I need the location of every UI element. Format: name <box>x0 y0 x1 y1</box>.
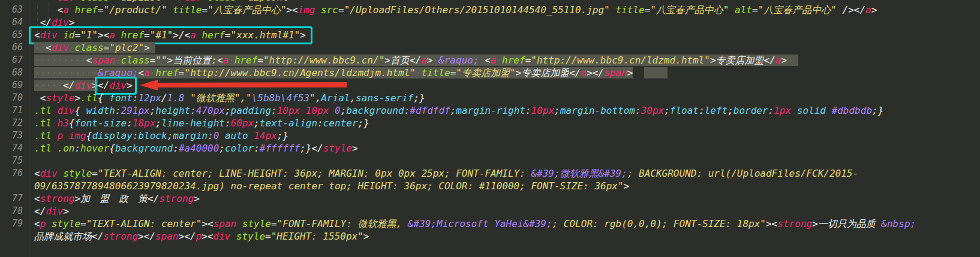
line-number: 71 <box>0 104 29 117</box>
code-token: ; <box>155 117 161 129</box>
code-token: " <box>246 92 252 104</box>
code-token: div <box>213 231 230 242</box>
code-token: float <box>670 105 699 116</box>
code-text[interactable]: </div> <box>29 205 980 217</box>
code-line-74[interactable]: 74.tl .on:hover{background:#a40000;color… <box>0 142 980 155</box>
code-line-64[interactable]: 64 </div> <box>0 16 980 29</box>
code-token: display <box>92 130 132 141</box>
code-token: "dipList" <box>115 0 167 3</box>
code-line-78[interactable]: 78</div> <box>0 205 980 217</box>
code-token: > <box>516 67 522 78</box>
code-line-63[interactable]: 63 <a href="/product/" title="八宝春产品中心"><… <box>0 4 980 16</box>
code-line-71[interactable]: 71.tl div{ width:291px;height:470px;padd… <box>0 104 980 117</box>
code-token: , <box>240 92 246 104</box>
code-token <box>52 105 58 116</box>
code-text[interactable]: <strong>加 盟 政 策</strong> <box>29 192 980 205</box>
code-token: a <box>491 55 497 66</box>
code-token: >< <box>202 231 213 242</box>
line-number: 73 <box>0 129 29 142</box>
code-text[interactable]: <div id="1"><a href="#1">/<a herf="xxx.h… <box>29 29 980 41</box>
code-token: strong <box>103 231 138 242</box>
code-token: < <box>46 42 52 53</box>
code-token: = <box>80 218 86 229</box>
code-token: style <box>58 168 92 179</box>
code-token: 10px <box>531 105 555 116</box>
code-line-75[interactable]: 75 <box>0 155 980 167</box>
code-line-76[interactable]: 76<div style="TEXT-ALIGN: center; LINE-H… <box>0 167 980 180</box>
code-token: &#39; <box>408 218 437 229</box>
code-line-73[interactable]: 73.tl p img{display:block;margin:0 auto … <box>0 129 980 142</box>
code-token: &#39; <box>599 168 627 179</box>
code-line-72[interactable]: 72.tl h3{font-size:18px;line-height:60px… <box>0 117 980 129</box>
code-token: " <box>309 92 315 104</box>
code-text[interactable]: ·········<span·class="">当前位置:<a·href="ht… <box>29 54 980 66</box>
code-line-65[interactable]: 65<div id="1"><a href="#1">/<a herf="xxx… <box>0 29 980 41</box>
code-token: 10px <box>306 105 329 116</box>
code-token: class <box>121 55 150 66</box>
code-token: > <box>194 193 200 204</box>
code-text[interactable]: ···········&raquo;<a·href="http://www.bb… <box>29 66 980 79</box>
code-line-67[interactable]: 67·········<span·class="">当前位置:<a·href="… <box>0 54 980 66</box>
code-text[interactable]: </div> <box>29 16 980 29</box>
code-token: auto <box>225 130 248 141</box>
code-token: height <box>155 105 190 116</box>
code-token: ; <box>554 105 560 116</box>
code-token: "http://www.bbc9.cn/Agents/ldzmdjm.html" <box>185 67 416 78</box>
code-token: a <box>865 4 871 16</box>
code-line-66[interactable]: 66··<div·class="plc2"> <box>0 41 980 54</box>
code-token: < <box>34 29 40 41</box>
code-token: div <box>52 17 69 28</box>
code-token: class <box>74 42 103 53</box>
code-line-70[interactable]: 70 <style>.tl{ font:12px/1.8 "微软雅黑","\5b… <box>0 92 980 104</box>
line-number: 68 <box>0 66 29 79</box>
code-token: 09/6357877894806623979820234.jpg) no-rep… <box>34 180 624 192</box>
code-line-79[interactable]: 79<p style="TEXT-ALIGN: center"><span st… <box>0 217 980 230</box>
code-text[interactable]: <p style="TEXT-ALIGN: center"><span styl… <box>29 217 980 230</box>
code-token: = <box>338 4 344 16</box>
code-text[interactable]: 09/6357877894806623979820234.jpg) no-rep… <box>29 180 980 192</box>
code-token: ····· <box>34 80 63 91</box>
code-token: : <box>115 105 121 116</box>
code-token: ;} <box>300 143 311 154</box>
code-token: 当前位置: <box>173 55 217 66</box>
code-token: style <box>230 231 265 242</box>
code-token: >< <box>98 29 109 41</box>
code-text[interactable]: 品牌成就市场</strong></span></p><div style="HE… <box>29 230 980 243</box>
code-token: </ <box>34 205 46 217</box>
code-line-wrap[interactable]: 09/6357877894806623979820234.jpg) no-rep… <box>0 180 980 192</box>
line-number: 75 <box>0 155 29 167</box>
code-token: = <box>257 55 263 66</box>
code-token: > <box>63 205 69 217</box>
code-token: color <box>225 143 254 154</box>
code-text[interactable]: .tl div{ width:291px;height:470px;paddin… <box>29 104 980 117</box>
code-token: ········· <box>34 55 86 66</box>
code-token: a <box>581 67 587 78</box>
code-token: style <box>46 92 74 104</box>
code-text[interactable]: .tl p img{display:block;margin:0 auto 14… <box>29 129 980 142</box>
code-line-77[interactable]: 77<strong>加 盟 政 策</strong> <box>0 192 980 205</box>
code-token: text-align <box>260 117 317 129</box>
code-token: ; <box>219 143 225 154</box>
code-token: background <box>346 105 404 116</box>
code-token: < <box>34 168 40 179</box>
code-text[interactable]: <a href="/product/" title="八宝春产品中心"><img… <box>29 4 980 16</box>
code-token: background <box>115 143 173 154</box>
code-text[interactable]: .tl h3{font-size:18px;line-height:60px;t… <box>29 117 980 129</box>
code-token: style <box>46 218 80 229</box>
code-text[interactable]: ··<div·class="plc2"> <box>29 41 980 54</box>
code-line-68[interactable]: 68···········&raquo;<a·href="http://www.… <box>0 66 980 79</box>
code-token: margin <box>173 130 208 141</box>
code-text[interactable]: .tl .on:hover{background:#a40000;color:#… <box>29 142 980 155</box>
code-token: </ <box>311 143 323 154</box>
code-token: "1" <box>80 29 98 41</box>
code-token: a <box>775 55 781 66</box>
code-text[interactable]: <style>.tl{ font:12px/1.8 "微软雅黑","\5b8b\… <box>29 92 980 104</box>
code-text[interactable] <box>29 155 980 167</box>
code-token: 加 盟 政 策 <box>80 193 148 204</box>
code-text[interactable]: <div style="TEXT-ALIGN: center; LINE-HEI… <box>29 167 980 180</box>
code-token: { <box>109 143 115 154</box>
line-number: 79 <box>0 217 29 230</box>
code-line-wrap[interactable]: 品牌成就市场</strong></span></p><div style="HE… <box>0 230 980 243</box>
code-token: span <box>155 231 179 242</box>
code-token: > <box>300 29 306 41</box>
